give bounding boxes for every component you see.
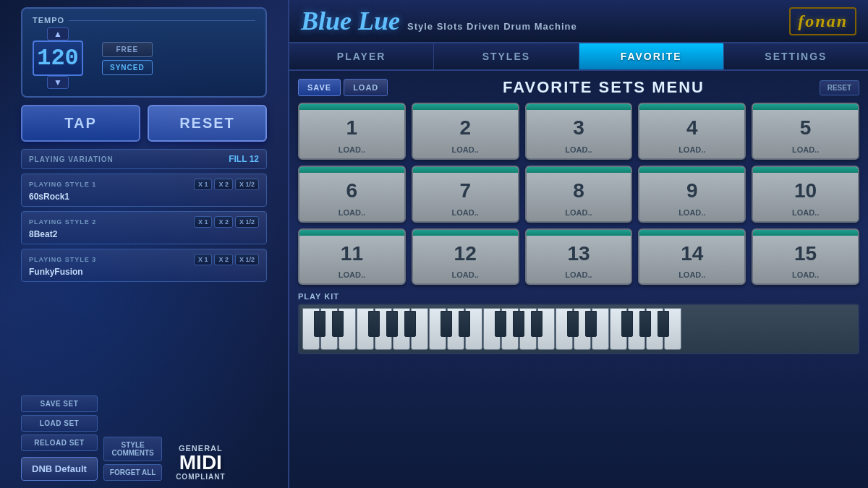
style-x-btn-2-1[interactable]: X 1 [194, 216, 213, 228]
slot-card-13[interactable]: 13 LOAD.. [525, 228, 633, 286]
black-key[interactable] [386, 311, 398, 337]
slot-load-3: LOAD.. [565, 142, 592, 158]
slot-number-6: 6 [346, 177, 358, 205]
variation-value: FILL 12 [229, 154, 259, 164]
variation-row: PLAYING VARIATION FILL 12 [21, 149, 267, 169]
slot-card-3[interactable]: 3 LOAD.. [525, 103, 633, 160]
black-key[interactable] [459, 311, 470, 337]
style-x-btn-1-2[interactable]: X 2 [214, 179, 233, 190]
tempo-down-button[interactable]: ▼ [47, 76, 69, 89]
fav-reset-button[interactable]: RESET [820, 80, 859, 95]
black-key[interactable] [567, 311, 579, 337]
style-comments-button[interactable]: STYLE COMMENTS [103, 437, 163, 461]
slot-top-bar-7 [413, 167, 518, 173]
forget-all-button[interactable]: FORGET ALL [103, 464, 163, 481]
tab-settings[interactable]: SETTINGS [724, 43, 868, 69]
load-set-button[interactable]: LOAD SET [21, 415, 98, 432]
tab-styles[interactable]: STYLES [434, 43, 579, 69]
style-x-btn-1-1[interactable]: X 1 [194, 179, 213, 190]
slot-top-bar-12 [413, 230, 518, 236]
synced-button[interactable]: SYNCED [102, 60, 153, 75]
play-kit-section: PLAY KIT [298, 292, 859, 354]
slot-card-9[interactable]: 9 LOAD.. [638, 166, 746, 223]
style-x-btn-3-1[interactable]: X 1 [194, 254, 213, 265]
slot-card-6[interactable]: 6 LOAD.. [298, 166, 406, 223]
slot-number-14: 14 [681, 240, 703, 268]
slot-top-bar-6 [299, 167, 404, 173]
black-key[interactable] [314, 311, 326, 337]
slot-top-bar-5 [753, 104, 858, 110]
slot-load-11: LOAD.. [339, 267, 365, 283]
slot-number-11: 11 [341, 240, 363, 268]
save-load-btns: SAVE LOAD [298, 79, 388, 96]
slot-card-10[interactable]: 10 LOAD.. [752, 166, 859, 223]
fav-save-button[interactable]: SAVE [298, 79, 341, 96]
slot-load-13: LOAD.. [565, 267, 592, 283]
tap-button[interactable]: TAP [21, 105, 140, 142]
slot-top-bar-8 [527, 167, 631, 173]
slot-top-bar-13 [527, 230, 631, 236]
slot-number-4: 4 [686, 114, 698, 142]
slot-number-1: 1 [346, 114, 358, 142]
slot-card-4[interactable]: 4 LOAD.. [638, 103, 746, 160]
nav-tabs: PLAYERSTYLESFAVORITESETTINGS [289, 43, 868, 71]
tempo-label: TEMPO [33, 16, 255, 25]
black-key[interactable] [513, 311, 524, 337]
black-key[interactable] [404, 311, 416, 337]
app-title: Blue Lue Style Slots Driven Drum Machine [301, 6, 577, 36]
slot-top-bar-14 [639, 230, 744, 236]
fav-load-button[interactable]: LOAD [344, 79, 388, 96]
slot-number-8: 8 [573, 177, 584, 205]
slot-card-5[interactable]: 5 LOAD.. [752, 103, 859, 160]
save-set-button[interactable]: SAVE SET [21, 395, 98, 412]
slot-card-15[interactable]: 15 LOAD.. [752, 228, 859, 286]
style-x-btn-1-3[interactable]: X 1/2 [235, 179, 259, 190]
slot-top-bar-11 [299, 230, 404, 236]
black-key[interactable] [332, 311, 344, 337]
midi-text: MIDI [179, 453, 222, 473]
free-button[interactable]: FREE [102, 42, 153, 57]
tempo-value[interactable]: 120 [33, 40, 83, 76]
slot-load-6: LOAD.. [339, 205, 365, 221]
black-key[interactable] [621, 311, 633, 337]
slot-card-14[interactable]: 14 LOAD.. [638, 228, 746, 286]
style-row-label-1: PLAYING STYLE 1 [29, 181, 96, 188]
black-key[interactable] [368, 311, 380, 337]
slot-card-8[interactable]: 8 LOAD.. [525, 166, 633, 223]
slot-top-bar-9 [639, 167, 744, 173]
style-x-btn-2-3[interactable]: X 1/2 [235, 216, 259, 228]
black-key[interactable] [585, 311, 597, 337]
slot-top-bar-15 [753, 230, 858, 236]
slot-grid: 1 LOAD.. 2 LOAD.. 3 LOAD.. 4 LOAD.. 5 LO… [298, 103, 859, 285]
slot-number-7: 7 [459, 177, 471, 205]
black-key[interactable] [441, 311, 452, 337]
black-key[interactable] [639, 311, 651, 337]
slot-load-9: LOAD.. [678, 205, 705, 221]
app-subtitle: Style Slots Driven Drum Machine [407, 21, 577, 32]
style-row-2: PLAYING STYLE 2 X 1X 2X 1/2 8Beat2 [21, 211, 267, 244]
reload-set-button[interactable]: RELOAD SET [21, 435, 98, 451]
slot-load-1: LOAD.. [339, 142, 365, 158]
dnb-default-button[interactable]: DNB Default [21, 457, 98, 481]
slot-number-10: 10 [794, 177, 817, 205]
slot-card-1[interactable]: 1 LOAD.. [298, 103, 406, 160]
slot-card-12[interactable]: 12 LOAD.. [412, 228, 519, 286]
reset-button[interactable]: RESET [148, 105, 267, 142]
style-row-label-3: PLAYING STYLE 3 [29, 256, 96, 263]
slot-top-bar-3 [527, 104, 631, 110]
main-content: SAVE LOAD FAVORITE SETS MENU RESET 1 LOA… [289, 71, 868, 488]
style-x-btn-3-2[interactable]: X 2 [214, 254, 233, 265]
slot-card-11[interactable]: 11 LOAD.. [298, 228, 406, 286]
slot-number-2: 2 [459, 114, 471, 142]
black-key[interactable] [658, 311, 669, 337]
slot-card-2[interactable]: 2 LOAD.. [412, 103, 519, 160]
black-key[interactable] [495, 311, 506, 337]
style-x-btn-3-3[interactable]: X 1/2 [235, 254, 259, 265]
style-x-btn-2-2[interactable]: X 2 [214, 216, 233, 228]
tempo-up-button[interactable]: ▲ [47, 27, 69, 40]
black-key[interactable] [531, 311, 542, 337]
slot-card-7[interactable]: 7 LOAD.. [412, 166, 519, 223]
tab-player[interactable]: PLAYER [289, 43, 434, 69]
app-name: Blue Lue [301, 6, 400, 36]
tab-favorite[interactable]: FAVORITE [579, 43, 724, 69]
